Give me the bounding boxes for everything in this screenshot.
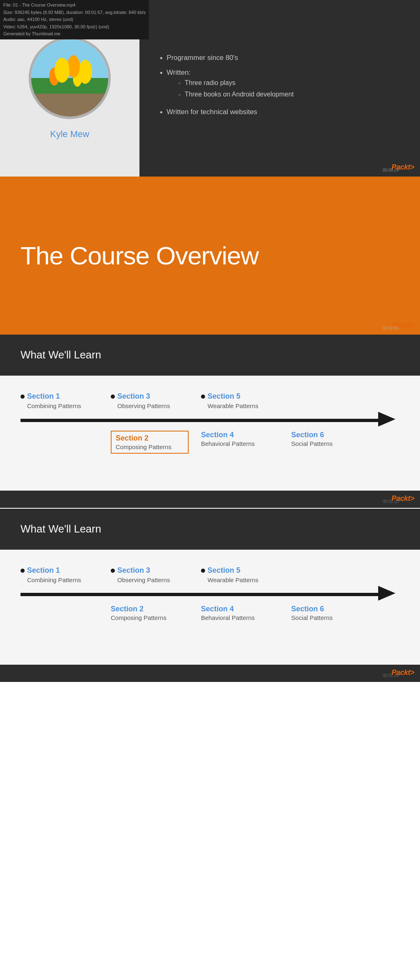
section-item-4: Section 4 Behavioral Patterns — [201, 431, 279, 447]
section-dot: Section 3 — [111, 566, 189, 575]
section-dot: Section 3 — [111, 392, 189, 401]
bio-right-panel: • Programmer since 80's • Written: ○ Thr… — [139, 0, 420, 177]
avatar-image — [31, 39, 108, 117]
section-num: Section 5 — [208, 566, 240, 575]
learn-title: What We'll Learn — [21, 523, 101, 535]
section-num: Section 6 — [291, 605, 324, 613]
section-num: Section 3 — [117, 566, 150, 575]
section-dot: Section 5 — [201, 392, 279, 401]
section-num: Section 2 — [116, 434, 148, 442]
section-sub: Social Patterns — [291, 440, 369, 447]
section-dot: Section 5 — [201, 566, 279, 575]
timestamp: 00:00:24 — [383, 168, 399, 172]
dot-bullet — [201, 395, 205, 399]
learn-header: What We'll Learn — [0, 509, 420, 550]
section-item-2: Section 2 Composing Patterns — [111, 605, 189, 621]
timestamp: 00:01:34 — [383, 673, 399, 678]
timeline-top-row: Section 1 Combining Patterns Section 3 O… — [21, 392, 404, 409]
learn-title: What We'll Learn — [21, 349, 101, 361]
section-num: Section 2 — [111, 605, 144, 613]
presenter-name: Kyle Mew — [50, 129, 89, 140]
section-num: Section 4 — [201, 431, 234, 439]
section-sub: Social Patterns — [291, 614, 369, 621]
section-item-1: Section 1 Combining Patterns — [21, 566, 98, 583]
timestamp: 00:00:55 — [383, 326, 399, 330]
section-num: Section 1 — [27, 392, 60, 401]
circle-icon: ○ — [178, 81, 180, 85]
section-item-3: Section 3 Observing Patterns — [111, 566, 189, 583]
timeline-container: Section 1 Combining Patterns Section 3 O… — [0, 376, 420, 491]
bio-sub-list: ○ Three radio plays ○ Three books on And… — [178, 79, 294, 98]
avatar — [29, 37, 111, 119]
section-item-1: Section 1 Combining Patterns — [21, 392, 98, 409]
section-sub: Wearable Patterns — [208, 576, 279, 583]
section-item-5: Section 5 Wearable Patterns — [201, 566, 279, 583]
course-title: The Course Overview — [21, 241, 259, 270]
bio-sub-1: ○ Three radio plays — [178, 79, 294, 87]
timeline-top-row: Section 1 Combining Patterns Section 3 O… — [21, 566, 404, 583]
bio-bullet-2: • Written: ○ Three radio plays ○ Three b… — [160, 69, 399, 102]
section-item-4: Section 4 Behavioral Patterns — [201, 605, 279, 621]
section-num: Section 4 — [201, 605, 234, 613]
section-item-6: Section 6 Social Patterns — [291, 605, 369, 621]
bio-bullet-1: • Programmer since 80's — [160, 54, 399, 63]
bullet-icon: • — [160, 54, 162, 63]
dot-bullet — [111, 569, 115, 573]
section-dot: Section 1 — [21, 566, 98, 575]
section-item-5: Section 5 Wearable Patterns — [201, 392, 279, 409]
section-num: Section 1 — [27, 566, 60, 575]
slide-title: The Course Overview Packt> 00:00:55 — [0, 177, 420, 335]
dot-bullet — [21, 569, 25, 573]
section-sub: Combining Patterns — [27, 576, 98, 583]
bio-sub-2: ○ Three books on Android development — [178, 91, 294, 98]
section-sub: Composing Patterns — [116, 443, 184, 450]
section-sub: Observing Patterns — [117, 402, 189, 409]
bullet-icon: • — [160, 69, 162, 78]
circle-icon: ○ — [178, 92, 180, 97]
section-sub: Combining Patterns — [27, 402, 98, 409]
dot-bullet — [21, 395, 25, 399]
section-item-6: Section 6 Social Patterns — [291, 431, 369, 447]
section-item-3: Section 3 Observing Patterns — [111, 392, 189, 409]
timeline-container: Section 1 Combining Patterns Section 3 O… — [0, 550, 420, 665]
dot-bullet — [111, 395, 115, 399]
section-sub: Wearable Patterns — [208, 402, 279, 409]
timeline-bottom-row: Section 2 Composing Patterns Section 4 B… — [21, 605, 404, 621]
section-num: Section 6 — [291, 431, 324, 439]
learn-header: What We'll Learn — [0, 335, 420, 376]
section-item-2-highlighted: Section 2 Composing Patterns — [111, 431, 189, 454]
section-dot: Section 1 — [21, 392, 98, 401]
timestamp: 00:01:10 — [383, 499, 399, 504]
section-num: Section 5 — [208, 392, 240, 401]
meta-info: File: 01 - The Course Overview.mp4 Size:… — [0, 0, 149, 39]
bio-bullet-3: • Written for technical websites — [160, 108, 399, 117]
bullet-icon: • — [160, 108, 162, 117]
slide-footer: Packt> 00:01:10 — [0, 491, 420, 508]
slide-learn-4: What We'll Learn Section 1 Combining Pat… — [0, 509, 420, 682]
section-num: Section 3 — [117, 392, 150, 401]
section-sub: Composing Patterns — [111, 614, 189, 621]
section-sub: Behavioral Patterns — [201, 614, 279, 621]
slide-learn-3: What We'll Learn Section 1 Combining Pat… — [0, 335, 420, 508]
section-sub: Behavioral Patterns — [201, 440, 279, 447]
section-sub: Observing Patterns — [117, 576, 189, 583]
dot-bullet — [201, 569, 205, 573]
slide-footer: Packt> 00:01:34 — [0, 665, 420, 682]
timeline-bottom-row: Section 2 Composing Patterns Section 4 B… — [21, 431, 404, 454]
